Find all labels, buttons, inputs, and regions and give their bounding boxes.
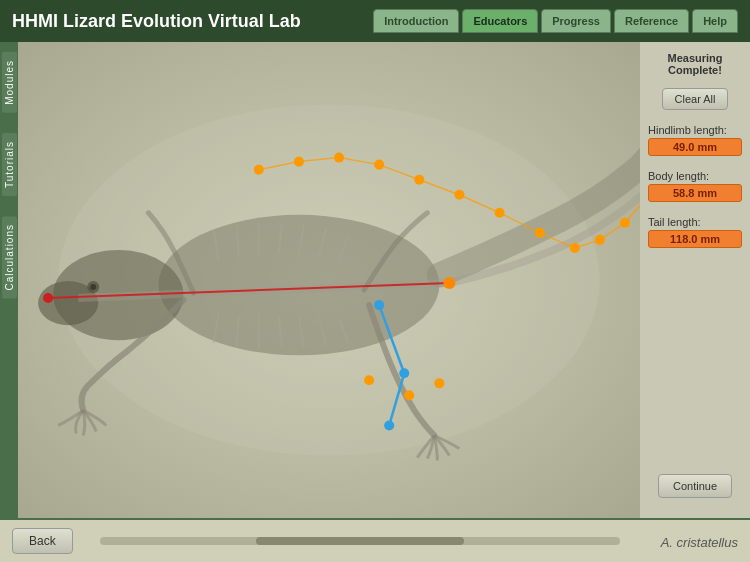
body-measurement: Body length: 58.8 mm: [648, 170, 742, 202]
main-content: [18, 42, 640, 518]
scrollbar-thumb[interactable]: [256, 537, 464, 545]
nav-tabs: Introduction Educators Progress Referenc…: [373, 9, 738, 33]
sidebar-item-calculations[interactable]: Calculations: [2, 216, 17, 298]
hindlimb-label: Hindlimb length:: [648, 124, 742, 136]
scrollbar-track[interactable]: [100, 537, 620, 545]
sidebar-item-modules[interactable]: Modules: [2, 52, 17, 113]
tail-label: Tail length:: [648, 216, 742, 228]
continue-button[interactable]: Continue: [658, 474, 732, 498]
app-title: HHMI Lizard Evolution Virtual Lab: [12, 11, 373, 32]
body-value: 58.8 mm: [648, 184, 742, 202]
measuring-complete-label: Measuring Complete!: [667, 52, 722, 76]
svg-point-21: [43, 293, 53, 303]
hindlimb-measurement: Hindlimb length: 49.0 mm: [648, 124, 742, 156]
svg-point-40: [443, 277, 455, 289]
svg-point-42: [404, 390, 414, 400]
sidebar-item-tutorials[interactable]: Tutorials: [2, 133, 17, 196]
tab-progress[interactable]: Progress: [541, 9, 611, 33]
tab-introduction[interactable]: Introduction: [373, 9, 459, 33]
species-name: A. cristatellus: [661, 535, 738, 550]
back-button[interactable]: Back: [12, 528, 73, 554]
lizard-display[interactable]: [18, 42, 640, 518]
tab-educators[interactable]: Educators: [462, 9, 538, 33]
sidebar: Modules Tutorials Calculations: [0, 42, 18, 518]
right-panel: Measuring Complete! Clear All Hindlimb l…: [640, 42, 750, 518]
body-label: Body length:: [648, 170, 742, 182]
tail-value: 118.0 mm: [648, 230, 742, 248]
hindlimb-value: 49.0 mm: [648, 138, 742, 156]
app-header: HHMI Lizard Evolution Virtual Lab Introd…: [0, 0, 750, 42]
bottom-bar: Back A. cristatellus: [0, 518, 750, 562]
clear-all-button[interactable]: Clear All: [662, 88, 729, 110]
main-area: Modules Tutorials Calculations: [0, 42, 750, 518]
svg-point-41: [364, 375, 374, 385]
svg-point-36: [374, 300, 384, 310]
tab-reference[interactable]: Reference: [614, 9, 689, 33]
svg-point-39: [384, 420, 394, 430]
svg-point-19: [90, 284, 96, 290]
scrollbar-area[interactable]: [100, 537, 620, 545]
tail-measurement: Tail length: 118.0 mm: [648, 216, 742, 248]
svg-point-43: [434, 378, 444, 388]
tab-help[interactable]: Help: [692, 9, 738, 33]
